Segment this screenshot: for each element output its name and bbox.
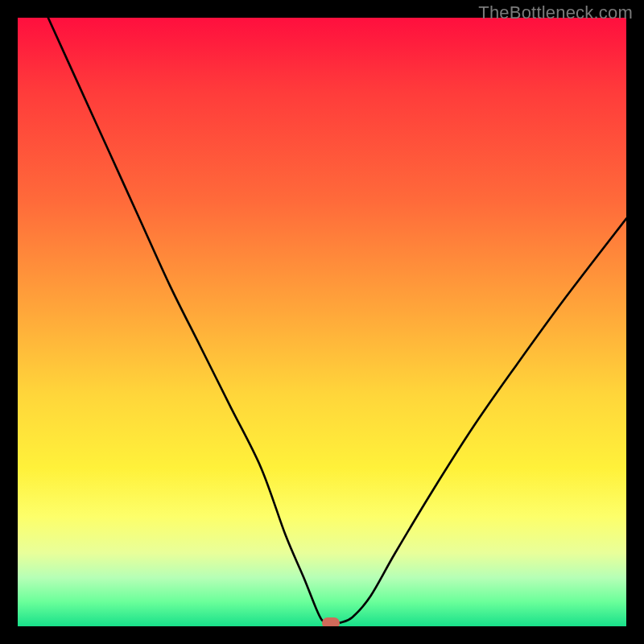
watermark-text: TheBottleneck.com <box>478 2 633 23</box>
chart-container: TheBottleneck.com <box>0 0 644 644</box>
plot-area <box>18 18 626 626</box>
bottleneck-curve <box>48 18 626 624</box>
bottleneck-curve-svg <box>18 18 626 626</box>
optimal-point-marker <box>322 617 340 626</box>
